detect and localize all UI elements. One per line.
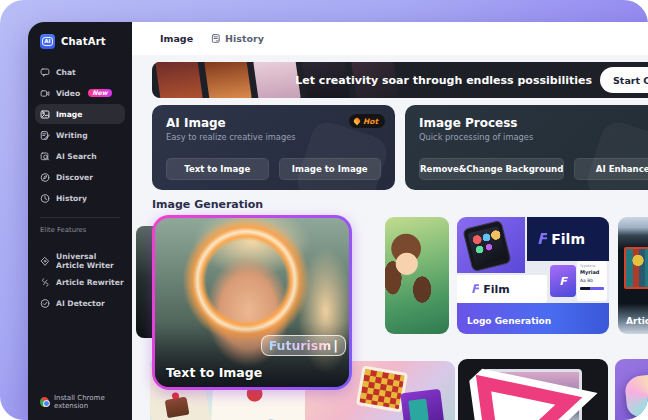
sidebar-item-article-rewriter[interactable]: Article Rewriter: [35, 272, 125, 292]
featured-card-label: Text to Image: [166, 365, 262, 380]
discover-icon: [40, 172, 50, 183]
tab-history[interactable]: History: [211, 33, 264, 44]
tab-label: History: [225, 33, 264, 44]
start-creating-button[interactable]: Start Cre: [600, 67, 648, 93]
typography-specimen-card: Typeface Myriad Aa Bb: [577, 261, 607, 301]
sidebar-item-label: AI Detector: [56, 299, 105, 308]
remove-change-background-button[interactable]: Remove&Change Background: [419, 158, 564, 180]
type-kicker: Typeface: [580, 264, 604, 268]
sidebar-item-chat[interactable]: Chat: [35, 62, 125, 82]
chrome-icon: [40, 397, 49, 407]
sidebar-elite-nav: Universal Article Writer Article Rewrite…: [28, 251, 132, 313]
sidebar-item-history[interactable]: History: [35, 188, 125, 208]
sidebar-item-label: Image: [56, 110, 82, 119]
portrait-artwork: [155, 218, 349, 387]
flame-icon: [353, 117, 361, 125]
article-illustration-card[interactable]: Article: [618, 217, 648, 334]
sidebar-item-label: Writing: [56, 131, 88, 140]
pillow-illustration: [624, 373, 648, 420]
article-phone-screen: [624, 247, 648, 289]
video-icon: [40, 88, 50, 99]
app-logo[interactable]: AI ChatArt: [28, 22, 132, 49]
image-process-buttons: Remove&Change Background AI Enhance: [419, 158, 648, 180]
image-process-subtitle: Quick processing of images: [419, 132, 533, 142]
checker-tile: [356, 365, 408, 412]
anime-style-card[interactable]: [385, 217, 449, 334]
brand-light-panel: F Film: [457, 275, 547, 303]
hot-badge: Hot: [349, 114, 385, 128]
check-circle-icon: [40, 298, 50, 309]
image-generation-heading: Image Generation: [152, 198, 263, 211]
sidebar-item-video[interactable]: Video New: [35, 83, 125, 103]
main-content: Let creativity soar through endless poss…: [132, 55, 648, 420]
brand-initial: F: [559, 275, 567, 288]
ai-image-card: AI Image Easy to realize creative images…: [152, 105, 395, 190]
article-card-label: Article: [626, 316, 648, 326]
ai-search-icon: [40, 151, 50, 162]
install-chrome-extension[interactable]: Install Chrome extension: [28, 394, 132, 420]
new-badge: New: [88, 89, 111, 98]
promo-banner[interactable]: Let creativity soar through endless poss…: [152, 62, 648, 98]
sidebar-item-label: Universal Article Writer: [56, 252, 125, 270]
ai-enhance-button[interactable]: AI Enhance: [574, 158, 648, 180]
app-title: ChatArt: [61, 36, 106, 47]
banner-headline: Let creativity soar through endless poss…: [295, 62, 592, 98]
sidebar-item-label: AI Search: [56, 152, 97, 161]
image-process-title: Image Process: [419, 116, 517, 130]
sidebar-item-discover[interactable]: Discover: [35, 167, 125, 187]
phone-mockup-panel: [457, 217, 525, 273]
cake-illustration: [165, 397, 190, 419]
history-doc-icon: [211, 33, 221, 44]
rewrite-icon: [40, 277, 50, 288]
hot-badge-label: Hot: [363, 117, 378, 126]
brand-name: Film: [483, 283, 510, 296]
text-to-image-button[interactable]: Text to Image: [166, 158, 269, 180]
brand-initial: F: [537, 230, 547, 248]
chatart-logo-icon: AI: [40, 34, 55, 49]
type-sample: Aa Bb: [580, 278, 604, 283]
text-to-image-featured-card[interactable]: Futurism | Text to Image: [152, 215, 352, 390]
sidebar-item-label: Article Rewriter: [56, 278, 124, 287]
brand-name: Film: [551, 231, 585, 247]
pen-nib-icon: [40, 256, 50, 267]
text-cursor: |: [333, 338, 338, 353]
writing-icon: [40, 130, 50, 141]
type-color-bar: [580, 287, 604, 290]
sidebar-item-image[interactable]: Image: [35, 104, 125, 124]
image-to-image-button[interactable]: Image to Image: [279, 158, 382, 180]
sidebar-item-writing[interactable]: Writing: [35, 125, 125, 145]
style-tag[interactable]: Futurism |: [261, 335, 346, 356]
style-tag-label: Futurism: [269, 338, 332, 353]
ai-image-title: AI Image: [166, 116, 226, 130]
sidebar-item-label: Discover: [56, 173, 93, 182]
sidebar-item-universal-article-writer[interactable]: Universal Article Writer: [35, 251, 125, 271]
chatart-app-window: AI ChatArt Chat Video New Image: [28, 22, 648, 420]
sidebar-divider: [40, 217, 120, 218]
tab-label: Image: [160, 33, 193, 44]
sidebar-item-ai-detector[interactable]: AI Detector: [35, 293, 125, 313]
elite-features-label: Elite Features: [40, 226, 132, 234]
sidebar-item-label: History: [56, 194, 87, 203]
ai-image-subtitle: Easy to realize creative images: [166, 132, 296, 142]
chat-icon: [40, 67, 50, 78]
sidebar: AI ChatArt Chat Video New Image: [28, 22, 132, 420]
install-extension-label: Install Chrome extension: [54, 394, 132, 410]
logo-generation-card[interactable]: F Film F Film F Typeface Myriad Aa Bb L: [457, 217, 609, 334]
sidebar-item-label: Video: [56, 89, 80, 98]
type-family: Myriad: [580, 269, 604, 275]
sidebar-item-ai-search[interactable]: AI Search: [35, 146, 125, 166]
image-icon: [40, 109, 50, 120]
image-process-card: Image Process Quick processing of images…: [405, 105, 648, 190]
brand-app-tile: F: [550, 265, 576, 297]
topbar: Image History: [132, 22, 648, 55]
phone-mockup: [462, 220, 511, 272]
history-icon: [40, 193, 50, 204]
ai-image-buttons: Text to Image Image to Image: [166, 158, 381, 180]
brand-dark-panel: F Film: [527, 217, 609, 261]
sidebar-item-label: Chat: [56, 68, 76, 77]
marketing-canvas: AI ChatArt Chat Video New Image: [0, 0, 648, 420]
logo-monogram: AI: [42, 37, 53, 46]
sidebar-nav: Chat Video New Image Writing AI Se: [28, 62, 132, 208]
brand-initial: F: [471, 282, 479, 296]
tab-image[interactable]: Image: [160, 33, 193, 44]
